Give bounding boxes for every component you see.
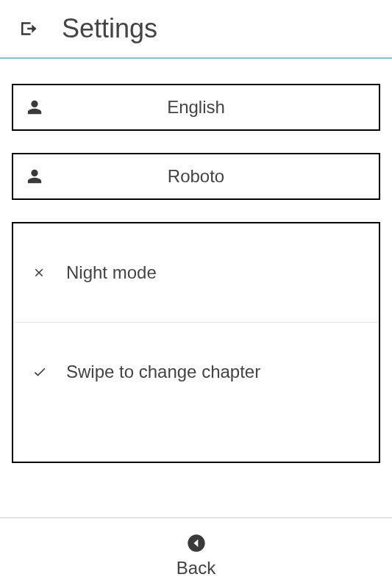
page-title: Settings (62, 13, 157, 44)
person-icon (26, 99, 43, 115)
logout-icon[interactable] (16, 16, 41, 41)
back-icon (186, 533, 207, 556)
font-selector[interactable]: Roboto (12, 153, 380, 200)
language-label: English (13, 97, 379, 118)
night-mode-toggle[interactable]: Night mode (13, 223, 379, 322)
toggle-panel: Night mode Swipe to change chapter (12, 222, 380, 463)
back-button[interactable]: Back (0, 517, 392, 588)
swipe-chapter-toggle[interactable]: Swipe to change chapter (13, 322, 379, 420)
check-icon (32, 365, 51, 379)
swipe-chapter-label: Swipe to change chapter (66, 362, 260, 382)
night-mode-label: Night mode (66, 262, 157, 283)
font-label: Roboto (13, 166, 379, 187)
language-selector[interactable]: English (12, 84, 380, 131)
content: English Roboto Night mode Swipe to c (0, 59, 392, 463)
cross-icon (32, 266, 51, 279)
person-icon (26, 168, 43, 184)
header: Settings (0, 0, 392, 57)
back-label: Back (177, 558, 215, 578)
